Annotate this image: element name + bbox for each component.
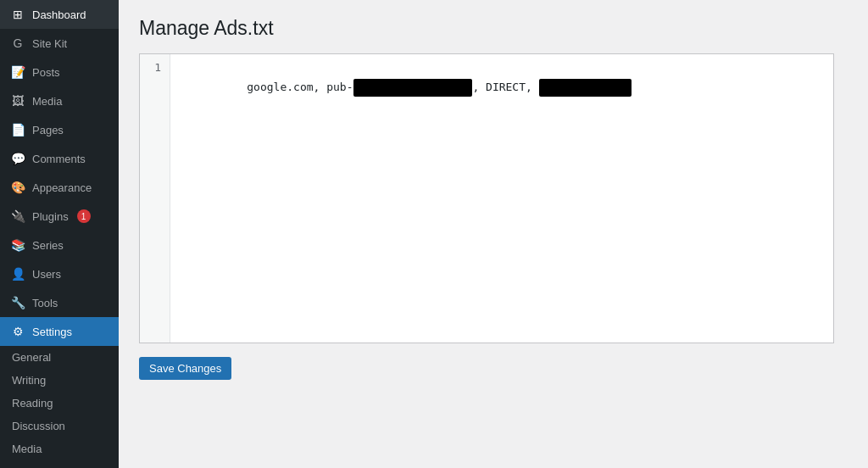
badge-plugins: 1: [77, 209, 91, 223]
sidebar-label-tools: Tools: [32, 297, 58, 309]
posts-icon: 📝: [10, 64, 25, 80]
sidebar-item-series[interactable]: 📚Series: [0, 231, 119, 259]
sidebar-items: ⊞DashboardGSite Kit📝Posts🖼Media📄Pages💬Co…: [0, 0, 119, 468]
sidebar-label-comments: Comments: [32, 153, 86, 165]
settings-icon: ⚙: [10, 324, 25, 339]
sidebar-item-comments[interactable]: 💬Comments: [0, 144, 119, 173]
submenu-item-media[interactable]: Media: [0, 437, 119, 460]
sidebar-label-users: Users: [32, 268, 61, 281]
sidebar-label-media: Media: [32, 95, 62, 108]
ads-txt-editor: 1 google.com, pub- , DIRECT,: [139, 53, 834, 343]
content-area: Manage Ads.txt 1 google.com, pub- , DIRE…: [119, 0, 868, 468]
sidebar: ⊞DashboardGSite Kit📝Posts🖼Media📄Pages💬Co…: [0, 0, 119, 468]
media-icon: 🖼: [10, 93, 25, 109]
sidebar-item-dashboard[interactable]: ⊞Dashboard: [0, 0, 119, 29]
sidebar-item-tools[interactable]: 🔧Tools: [0, 288, 119, 317]
sidebar-item-pages[interactable]: 📄Pages: [0, 115, 119, 144]
comments-icon: 💬: [10, 151, 25, 166]
plugins-icon: 🔌: [10, 209, 25, 224]
page-title: Manage Ads.txt: [139, 17, 848, 40]
main-content: Manage Ads.txt 1 google.com, pub- , DIRE…: [119, 0, 868, 468]
submenu-item-reading[interactable]: Reading: [0, 392, 119, 415]
sidebar-item-users[interactable]: 👤Users: [0, 259, 119, 288]
sidebar-label-series: Series: [32, 239, 64, 252]
code-text-start: google.com, pub- , DIRECT,: [247, 81, 632, 93]
sidebar-label-posts: Posts: [32, 66, 60, 79]
users-icon: 👤: [10, 266, 25, 281]
sitekit-icon: G: [10, 36, 25, 51]
sidebar-label-appearance: Appearance: [32, 181, 92, 194]
sidebar-item-appearance[interactable]: 🎨Appearance: [0, 173, 119, 202]
sidebar-item-posts[interactable]: 📝Posts: [0, 58, 119, 86]
tools-icon: 🔧: [10, 295, 25, 310]
sidebar-item-settings[interactable]: ⚙Settings: [0, 317, 119, 346]
redacted-pub: [353, 79, 473, 97]
sidebar-label-plugins: Plugins: [32, 210, 69, 223]
series-icon: 📚: [10, 237, 25, 253]
submenu-item-more[interactable]: ...: [0, 460, 119, 468]
submenu-item-general[interactable]: General: [0, 346, 119, 369]
line-numbers: 1: [140, 54, 170, 343]
code-content[interactable]: google.com, pub- , DIRECT,: [170, 54, 833, 343]
pages-icon: 📄: [10, 122, 25, 137]
sidebar-item-plugins[interactable]: 🔌Plugins1: [0, 202, 119, 231]
sidebar-item-sitekit[interactable]: GSite Kit: [0, 29, 119, 58]
sidebar-label-pages: Pages: [32, 124, 64, 136]
sidebar-label-dashboard: Dashboard: [32, 8, 86, 21]
appearance-icon: 🎨: [10, 180, 25, 195]
submenu-item-writing[interactable]: Writing: [0, 369, 119, 392]
sidebar-label-settings: Settings: [32, 326, 72, 338]
line-number: 1: [148, 61, 161, 74]
redacted-id: [539, 79, 632, 97]
sidebar-label-sitekit: Site Kit: [32, 37, 67, 50]
sidebar-item-media[interactable]: 🖼Media: [0, 86, 119, 115]
code-editor: 1 google.com, pub- , DIRECT,: [140, 54, 833, 343]
save-changes-button[interactable]: Save Changes: [139, 357, 231, 380]
dashboard-icon: ⊞: [10, 7, 25, 22]
submenu-item-discussion[interactable]: Discussion: [0, 415, 119, 437]
